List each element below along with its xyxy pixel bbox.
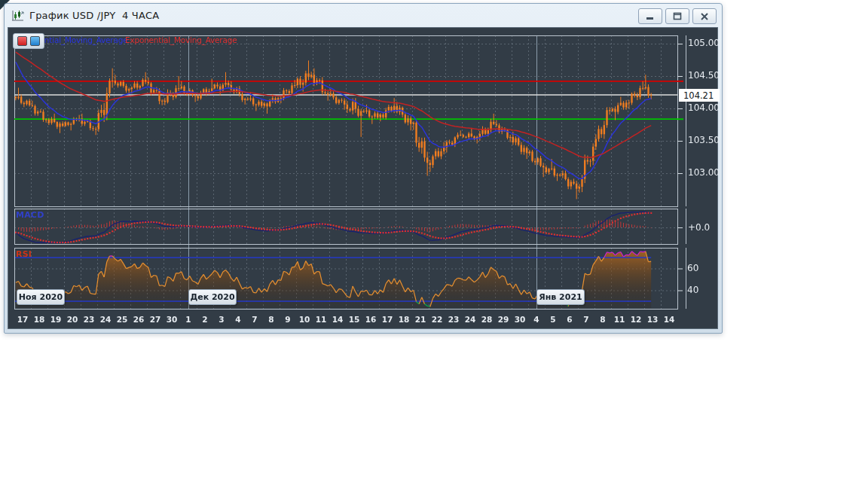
date-label: 8 (594, 315, 612, 324)
date-label: 26 (130, 315, 148, 324)
date-label: 19 (47, 315, 65, 324)
date-label: 7 (577, 315, 595, 324)
window-title: График USD /JPY 4 ЧАСА (29, 10, 159, 21)
date-label: 24 (461, 315, 479, 324)
date-label: 25 (113, 315, 131, 324)
chart-window: График USD /JPY 4 ЧАСА Exponential_Movin… (4, 3, 723, 334)
chart-canvas[interactable] (8, 28, 717, 328)
date-label: 2 (196, 315, 214, 324)
month-badge: Янв 2021 (536, 289, 585, 305)
date-label: 14 (329, 315, 347, 324)
minimize-button[interactable] (638, 8, 662, 24)
date-label: 22 (428, 315, 446, 324)
date-label: 18 (30, 315, 48, 324)
date-label: 20 (63, 315, 81, 324)
date-label: 14 (660, 315, 678, 324)
date-label: 30 (163, 315, 181, 324)
date-label: 17 (14, 315, 32, 324)
date-label: 28 (478, 315, 496, 324)
chart-content: Exponential_Moving_Average Exponential_M… (8, 27, 718, 329)
date-label: 12 (627, 315, 645, 324)
date-label: 27 (146, 315, 164, 324)
date-label: 11 (610, 315, 628, 324)
ema-slow-swatch-icon (17, 36, 27, 46)
price-tick-label: 105.00 (688, 38, 720, 48)
ema-fast-swatch-icon (30, 36, 40, 46)
legend-ema-slow-label: Exponential_Moving_Average (125, 35, 237, 44)
date-label: 17 (378, 315, 396, 324)
current-price-badge: 104.21 (679, 89, 720, 102)
close-icon (700, 13, 709, 20)
rsi-panel-label: RSI (16, 249, 32, 259)
date-label: 10 (295, 315, 313, 324)
titlebar[interactable]: График USD /JPY 4 ЧАСА (5, 4, 722, 26)
date-label: 23 (80, 315, 98, 324)
date-label: 18 (395, 315, 413, 324)
price-tick-label: 104.00 (688, 102, 720, 113)
date-label: 21 (411, 315, 429, 324)
macd-axis-label: +0.0 (688, 222, 710, 233)
date-label: 30 (511, 315, 529, 324)
date-label: 29 (494, 315, 512, 324)
date-label: 4 (527, 315, 546, 324)
date-label: 11 (312, 315, 330, 324)
price-tick-label: 103.50 (688, 135, 720, 145)
month-badge: Дек 2020 (188, 289, 237, 305)
date-label: 6 (561, 315, 579, 324)
date-label: 15 (345, 315, 363, 324)
close-button[interactable] (692, 8, 717, 24)
minimize-icon (646, 13, 655, 20)
date-label: 23 (445, 315, 463, 324)
price-tick-label: 104.50 (688, 70, 720, 81)
legend-chip[interactable] (13, 33, 44, 49)
month-badge: Ноя 2020 (17, 289, 65, 305)
rsi-tick-label: 40 (687, 285, 698, 295)
date-label: 7 (246, 315, 264, 324)
rsi-tick-label: 60 (687, 263, 698, 273)
restore-icon (673, 12, 682, 20)
date-label: 16 (362, 315, 380, 324)
price-tick-label: 103.00 (688, 167, 720, 178)
chart-icon (11, 10, 24, 21)
date-label: 1 (179, 315, 197, 324)
date-label: 9 (279, 315, 297, 324)
date-label: 3 (212, 315, 231, 324)
date-label: 4 (229, 315, 247, 324)
date-label: 5 (544, 315, 562, 324)
macd-panel-label: MACD (16, 210, 44, 220)
date-label: 24 (96, 315, 115, 324)
restore-button[interactable] (665, 8, 689, 24)
date-label: 8 (262, 315, 280, 324)
date-label: 13 (643, 315, 662, 324)
